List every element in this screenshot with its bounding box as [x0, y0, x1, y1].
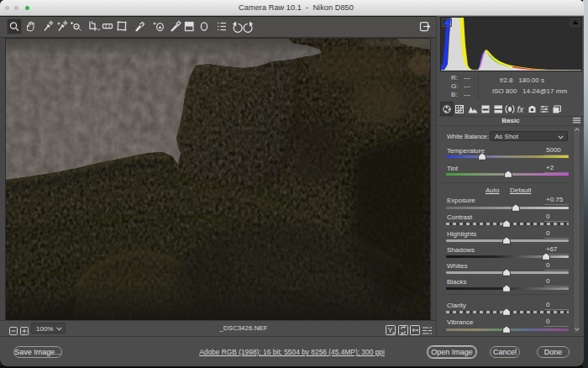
svg-text:Y: Y — [388, 326, 393, 334]
svg-text:fx: fx — [517, 105, 525, 114]
